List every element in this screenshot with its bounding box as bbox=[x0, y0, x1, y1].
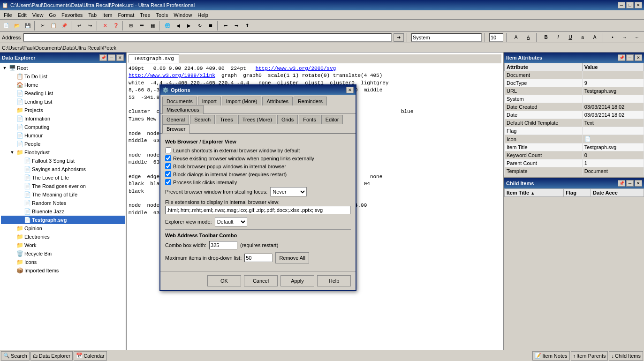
bullet-button[interactable]: • bbox=[607, 32, 618, 43]
help-button[interactable]: ❓ bbox=[111, 21, 121, 31]
font-color-button[interactable]: A bbox=[511, 32, 521, 43]
tree-item-fallout[interactable]: 📄 Fallout 3 Song List bbox=[1, 157, 125, 165]
sidebar-pin-button[interactable]: 📌 bbox=[99, 54, 107, 61]
child-pin-button[interactable]: 📌 bbox=[618, 180, 625, 187]
dialog-tab-trees[interactable]: Trees bbox=[216, 115, 237, 124]
tree-item-reading[interactable]: 📄 Reading List bbox=[1, 89, 125, 98]
checkbox-launch[interactable] bbox=[165, 147, 171, 153]
cut-button[interactable]: ✂ bbox=[38, 21, 48, 31]
tree-item-electronics[interactable]: 📁 Electronics bbox=[1, 233, 125, 241]
system-input[interactable] bbox=[411, 33, 482, 42]
superscript-button[interactable]: A bbox=[590, 32, 600, 43]
xlink[interactable]: http://www.w3.org/1999/xlink bbox=[129, 73, 215, 78]
undo-button[interactable]: ↩ bbox=[74, 21, 84, 31]
maximize-button[interactable]: □ bbox=[626, 2, 634, 8]
status-item-parents[interactable]: ↑ Item Parents bbox=[571, 351, 608, 361]
tree-item-imported[interactable]: 📦 Imported Items bbox=[1, 266, 125, 275]
dialog-ok-button[interactable]: OK bbox=[207, 275, 241, 286]
refresh-button[interactable]: ↻ bbox=[195, 21, 205, 31]
dialog-tab-attributes[interactable]: Attributes bbox=[262, 97, 292, 105]
tree-item-people[interactable]: 📄 People bbox=[1, 140, 125, 148]
tree-item-root[interactable]: ▼ 🖥️ Root bbox=[1, 64, 125, 72]
stop-button[interactable]: ⏹ bbox=[205, 21, 216, 31]
menu-tools[interactable]: Tools bbox=[153, 12, 171, 18]
tree-item-meaninglife[interactable]: 📄 The Meaning of Life bbox=[1, 190, 125, 199]
save-button[interactable]: 💾 bbox=[23, 21, 33, 31]
dialog-tab-search[interactable]: Search bbox=[190, 115, 215, 124]
forward-button[interactable]: ▶ bbox=[184, 21, 194, 31]
checkbox-dialogs[interactable] bbox=[165, 171, 171, 177]
address-input[interactable] bbox=[23, 33, 392, 42]
explorer-mode-select[interactable]: Default Classic Extended bbox=[215, 217, 247, 226]
child-col-title[interactable]: Item Title ▲ bbox=[505, 189, 564, 197]
menu-favorites[interactable]: Favorites bbox=[59, 12, 85, 18]
tree-item-opinion[interactable]: 📁 Opinion bbox=[1, 224, 125, 233]
tree-item-sayings[interactable]: 📄 Sayings and Aphorisms bbox=[1, 165, 125, 173]
child-close-button[interactable]: ✕ bbox=[635, 180, 642, 187]
minimize-button[interactable]: ─ bbox=[618, 2, 625, 8]
dialog-tab-browser[interactable]: Browser bbox=[162, 124, 189, 134]
subscript-button[interactable]: a bbox=[577, 32, 588, 43]
menu-view[interactable]: View bbox=[30, 12, 46, 18]
open-button[interactable]: 📂 bbox=[12, 21, 22, 31]
menu-edit[interactable]: Edit bbox=[15, 12, 30, 18]
dialog-close-button[interactable]: ✕ bbox=[346, 87, 354, 93]
list-button[interactable]: ☰ bbox=[136, 21, 147, 31]
bold-button[interactable]: B bbox=[541, 32, 551, 43]
expand-root[interactable]: ▼ bbox=[1, 66, 8, 70]
paste-button[interactable]: 📌 bbox=[59, 21, 69, 31]
underline-button[interactable]: U bbox=[565, 32, 576, 43]
tree-item-work[interactable]: 📁 Work bbox=[1, 241, 125, 249]
status-calendar[interactable]: 📅 Calendar bbox=[74, 351, 107, 361]
menu-tree[interactable]: Tree bbox=[137, 12, 153, 18]
copy-button[interactable]: 📋 bbox=[48, 21, 59, 31]
close-button[interactable]: ✕ bbox=[635, 2, 642, 8]
options-dialog[interactable]: ⚙️ Options ✕ Documents Import Import (Mo… bbox=[159, 84, 356, 291]
dialog-cancel-button[interactable]: Cancel bbox=[244, 275, 278, 286]
remove-all-button[interactable]: Remove All bbox=[275, 252, 309, 263]
tree-item-recycle[interactable]: 🗑️ Recycle Bin bbox=[1, 249, 125, 258]
nav-back-button[interactable]: ⬅ bbox=[220, 21, 231, 31]
menu-item[interactable]: Item bbox=[99, 12, 115, 18]
redo-button[interactable]: ↪ bbox=[85, 21, 95, 31]
outdent-button[interactable]: ← bbox=[632, 32, 642, 43]
menu-help[interactable]: Help bbox=[195, 12, 211, 18]
svg-link[interactable]: http://www.w3.org/2000/svg bbox=[256, 66, 336, 71]
dialog-tab-miscellaneous[interactable]: Miscellaneous bbox=[162, 105, 204, 114]
status-item-notes[interactable]: 📝 Item Notes bbox=[532, 351, 569, 361]
italic-button[interactable]: I bbox=[553, 32, 563, 43]
dialog-tab-reminders[interactable]: Reminders bbox=[294, 97, 327, 105]
size-input[interactable] bbox=[489, 33, 503, 42]
child-minimize-button[interactable]: ─ bbox=[626, 180, 634, 187]
max-items-input[interactable] bbox=[244, 254, 273, 262]
checkbox-links[interactable] bbox=[165, 179, 171, 185]
menu-format[interactable]: Format bbox=[115, 12, 137, 18]
attr-close-button[interactable]: ✕ bbox=[635, 54, 642, 61]
content-tab[interactable]: Testgraph.svg bbox=[129, 54, 179, 63]
menu-tab[interactable]: Tab bbox=[85, 12, 99, 18]
expand-floobydust[interactable]: ▼ bbox=[8, 150, 16, 155]
browser-button[interactable]: 🌐 bbox=[162, 21, 173, 31]
dialog-tab-grids[interactable]: Grids bbox=[277, 115, 298, 124]
prevent-select[interactable]: Never Always Sometimes bbox=[270, 187, 307, 196]
dialog-tab-import-more[interactable]: Import (More) bbox=[222, 97, 262, 105]
checkbox-reuse[interactable] bbox=[165, 155, 171, 161]
attr-pin-button[interactable]: 📌 bbox=[618, 54, 625, 61]
nav-forward-button[interactable]: ➡ bbox=[231, 21, 242, 31]
dialog-tab-editor[interactable]: Editor bbox=[321, 115, 343, 124]
dialog-help-button[interactable]: Help bbox=[317, 275, 351, 286]
dialog-apply-button[interactable]: Apply bbox=[280, 275, 314, 286]
new-button[interactable]: 📄 bbox=[1, 21, 11, 31]
tree-item-lending[interactable]: 📄 Lending List bbox=[1, 98, 125, 106]
delete-button[interactable]: ✕ bbox=[100, 21, 110, 31]
file-ext-input[interactable] bbox=[165, 206, 351, 214]
tree-item-icons[interactable]: 📁 Icons bbox=[1, 258, 125, 266]
status-dataexplorer[interactable]: 🗂 Data Explorer bbox=[30, 351, 73, 361]
dialog-tab-trees-more[interactable]: Trees (More) bbox=[238, 115, 276, 124]
back-button[interactable]: ◀ bbox=[173, 21, 183, 31]
status-search[interactable]: 🔍 Search bbox=[1, 351, 30, 361]
tree-item-todo[interactable]: 📋 To Do List bbox=[1, 72, 125, 81]
checkbox-popup[interactable] bbox=[165, 163, 171, 169]
menu-window[interactable]: Window bbox=[171, 12, 195, 18]
menu-go[interactable]: Go bbox=[46, 12, 59, 18]
